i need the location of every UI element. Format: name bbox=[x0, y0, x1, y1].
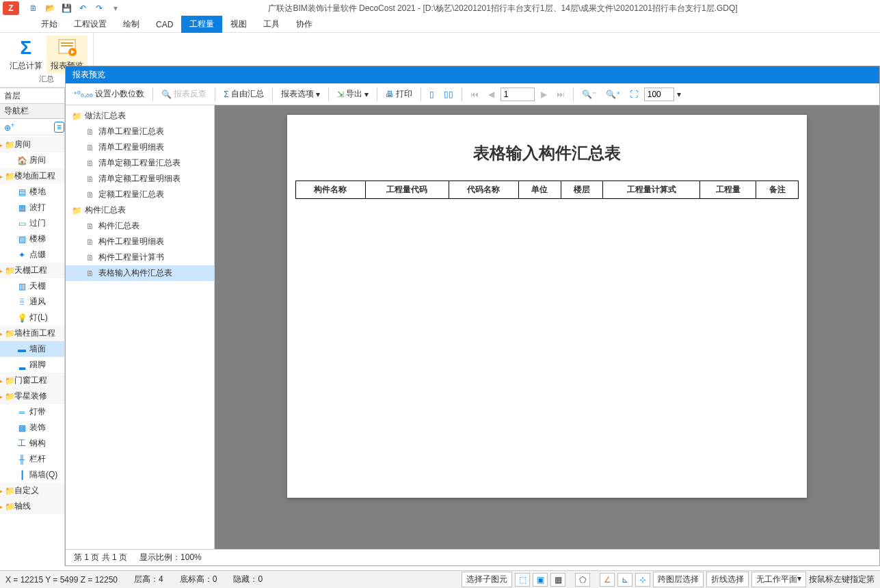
cube-icon[interactable]: ⬠ bbox=[575, 573, 590, 587]
nav-item[interactable]: ▸ 📁零星装修 bbox=[0, 388, 64, 404]
nav-item[interactable]: ╫栏杆 bbox=[0, 451, 64, 467]
nav-item[interactable]: 工钢构 bbox=[0, 436, 64, 451]
polyline-button[interactable]: 折线选择 bbox=[706, 572, 749, 587]
redo-icon[interactable]: ↷ bbox=[93, 2, 105, 14]
zoom-in-icon[interactable]: 🔍⁺ bbox=[602, 88, 624, 101]
zoom-input[interactable] bbox=[644, 88, 674, 101]
reverse-lookup-button: 🔍报表反查 bbox=[158, 86, 210, 102]
nav-item[interactable]: ▸ 📁门窗工程 bbox=[0, 373, 64, 388]
quick-access-toolbar: Z 🗎 📂 💾 ↶ ↷ ▾ 广联达BIM装饰计量软件 DecoCost 2021… bbox=[0, 0, 880, 16]
dropdown-icon[interactable]: ▾ bbox=[109, 2, 122, 14]
report-icon bbox=[56, 37, 78, 59]
tab-协作[interactable]: 协作 bbox=[288, 16, 321, 33]
fit-page-icon[interactable]: ⛶ bbox=[626, 88, 641, 101]
nav-item[interactable]: ⦙⦙⦙通风 bbox=[0, 294, 64, 310]
nav-header: 导航栏 bbox=[0, 104, 64, 119]
page-info: 第 1 页 共 1 页 bbox=[74, 552, 127, 563]
calc-total-button[interactable]: Σ 汇总计算 bbox=[5, 36, 46, 73]
work-plane-select[interactable]: 无工作平面 ▾ bbox=[751, 572, 806, 587]
nav-item[interactable]: 🏠房间 bbox=[0, 152, 64, 168]
list-view-icon[interactable]: ≡ bbox=[54, 122, 64, 133]
nav-item[interactable]: ▤楼地 bbox=[0, 184, 64, 200]
zoom-dropdown-icon[interactable]: ▾ bbox=[677, 90, 681, 99]
nav-item[interactable]: ▩装饰 bbox=[0, 420, 64, 436]
first-page-icon[interactable]: ⏮ bbox=[467, 88, 482, 101]
tab-工程设置[interactable]: 工程设置 bbox=[66, 16, 115, 33]
tab-视图[interactable]: 视图 bbox=[222, 16, 255, 33]
new-file-icon[interactable]: 🗎 bbox=[27, 2, 40, 14]
add-icon[interactable]: ⊕+ bbox=[4, 122, 14, 133]
nav-item[interactable]: ▥天棚 bbox=[0, 278, 64, 294]
column-header: 构件名称 bbox=[296, 181, 366, 199]
report-tree-item[interactable]: 🗎清单定额工程量汇总表 bbox=[66, 155, 214, 171]
hidden-label: 隐藏：0 bbox=[233, 574, 263, 585]
report-tree-item[interactable]: 🗎构件工程量明细表 bbox=[66, 234, 214, 250]
decimal-button[interactable]: ⁺⁰₀.₀₀设置小数位数 bbox=[70, 86, 148, 102]
tab-CAD[interactable]: CAD bbox=[148, 17, 181, 32]
nav-item[interactable]: ┃隔墙(Q) bbox=[0, 467, 64, 483]
undo-icon[interactable]: ↶ bbox=[77, 2, 89, 14]
floor-selector[interactable]: 首层 bbox=[0, 88, 64, 104]
report-options-button[interactable]: 报表选项 ▾ bbox=[278, 86, 323, 102]
tab-开始[interactable]: 开始 bbox=[33, 16, 66, 33]
report-title: 表格输入构件汇总表 bbox=[295, 142, 799, 164]
report-tree-item[interactable]: 📁构件汇总表 bbox=[66, 202, 214, 218]
column-header: 单位 bbox=[518, 181, 561, 199]
column-header: 工程量代码 bbox=[365, 181, 449, 199]
report-tree-item[interactable]: 🗎构件汇总表 bbox=[66, 218, 214, 234]
prev-page-icon[interactable]: ◀ bbox=[485, 88, 498, 101]
panel-title: 报表预览 bbox=[66, 66, 879, 83]
export-button[interactable]: ⇲导出 ▾ bbox=[334, 86, 372, 102]
zoom-out-icon[interactable]: 🔍⁻ bbox=[578, 88, 600, 101]
nav-item[interactable]: 💡灯(L) bbox=[0, 310, 64, 325]
nav-item[interactable]: ▸ 📁房间 bbox=[0, 137, 64, 152]
tab-工具[interactable]: 工具 bbox=[255, 16, 288, 33]
snap-icon[interactable]: ⊹ bbox=[635, 573, 650, 587]
tool-icon-3[interactable]: ▦ bbox=[550, 573, 565, 587]
app-logo: Z bbox=[3, 1, 19, 15]
nav-item[interactable]: ▬墙面 bbox=[0, 341, 64, 357]
select-sub-button[interactable]: 选择子图元 bbox=[462, 572, 512, 587]
preview-toolbar: ⁺⁰₀.₀₀设置小数位数 🔍报表反查 Σ自由汇总 报表选项 ▾ ⇲导出 ▾ 🖶打… bbox=[66, 83, 879, 105]
free-summary-button[interactable]: Σ自由汇总 bbox=[220, 86, 267, 102]
single-page-icon[interactable]: ▯ bbox=[426, 88, 438, 101]
nav-item[interactable]: ▸ 📁楼地面工程 bbox=[0, 168, 64, 184]
last-page-icon[interactable]: ⏭ bbox=[553, 88, 568, 101]
left-panel: 首层 导航栏 ⊕+ ≡ ▸ 📁房间🏠房间▸ 📁楼地面工程▤楼地▦波打▭过门▨楼梯… bbox=[0, 88, 65, 566]
preview-status-bar: 第 1 页 共 1 页 显示比例：100% bbox=[66, 549, 879, 565]
tab-工程量[interactable]: 工程量 bbox=[181, 16, 222, 33]
print-button[interactable]: 🖶打印 bbox=[382, 86, 416, 102]
open-file-icon[interactable]: 📂 bbox=[44, 2, 56, 14]
angle-icon-2[interactable]: ⊾ bbox=[617, 573, 632, 587]
report-view[interactable]: 表格输入构件汇总表 构件名称工程量代码代码名称单位楼层工程量计算式工程量备注 bbox=[215, 105, 879, 549]
save-icon[interactable]: 💾 bbox=[60, 2, 72, 14]
tool-icon-1[interactable]: ⬚ bbox=[515, 573, 530, 587]
nav-item[interactable]: ▭过门 bbox=[0, 215, 64, 231]
report-tree-item[interactable]: 🗎定额工程量汇总表 bbox=[66, 187, 214, 202]
angle-icon-1[interactable]: ∠ bbox=[600, 573, 615, 587]
report-tree-item[interactable]: 🗎清单工程量明细表 bbox=[66, 139, 214, 155]
multi-page-icon[interactable]: ▯▯ bbox=[440, 88, 457, 101]
nav-item[interactable]: ═灯带 bbox=[0, 404, 64, 420]
tool-icon-2[interactable]: ▣ bbox=[533, 573, 548, 587]
report-tree-item[interactable]: 🗎构件工程量计算书 bbox=[66, 250, 214, 265]
report-tree-item[interactable]: 📁做法汇总表 bbox=[66, 108, 214, 124]
report-tree-item[interactable]: 🗎清单定额工程量明细表 bbox=[66, 171, 214, 187]
nav-item[interactable]: ▸ 📁墙柱面工程 bbox=[0, 325, 64, 341]
cross-layer-button[interactable]: 跨图层选择 bbox=[653, 572, 704, 587]
nav-item[interactable]: ▂踢脚 bbox=[0, 357, 64, 373]
report-tree-item[interactable]: 🗎清单工程量汇总表 bbox=[66, 124, 214, 139]
nav-item[interactable]: ▨楼梯 bbox=[0, 231, 64, 247]
nav-item[interactable]: ✦点缀 bbox=[0, 247, 64, 263]
nav-item[interactable]: ▸ 📁天棚工程 bbox=[0, 263, 64, 278]
nav-item[interactable]: ▦波打 bbox=[0, 200, 64, 215]
nav-item[interactable]: ▸ 📁自定义 bbox=[0, 483, 64, 498]
status-bar: X = 12215 Y = 5499 Z = 12250 层高：4 底标高：0 … bbox=[0, 570, 880, 588]
tab-绘制[interactable]: 绘制 bbox=[115, 16, 148, 33]
next-page-icon[interactable]: ▶ bbox=[537, 88, 550, 101]
report-tree-item[interactable]: 🗎表格输入构件汇总表 bbox=[66, 265, 214, 281]
page-input[interactable] bbox=[501, 88, 535, 101]
report-table: 构件名称工程量代码代码名称单位楼层工程量计算式工程量备注 bbox=[295, 181, 799, 199]
nav-item[interactable]: ▸ 📁轴线 bbox=[0, 498, 64, 514]
column-header: 工程量 bbox=[700, 181, 756, 199]
